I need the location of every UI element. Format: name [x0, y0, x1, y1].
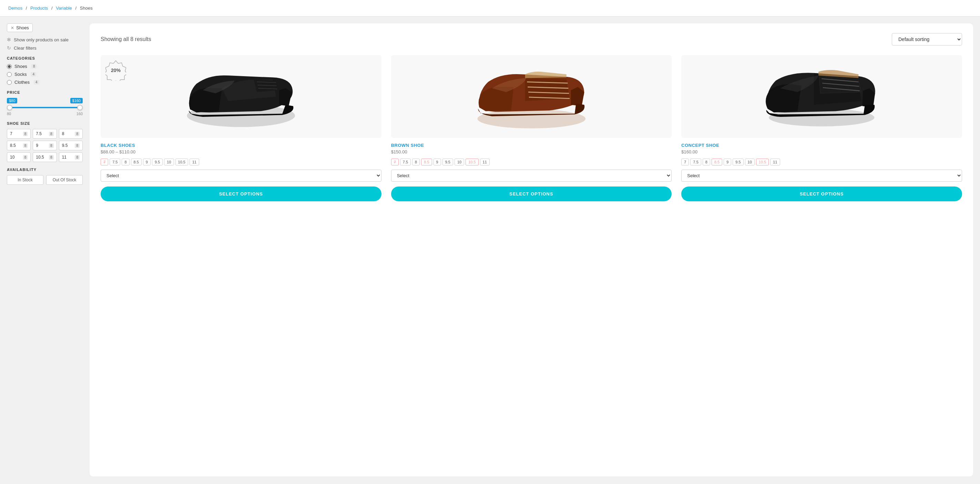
select-options-btn-brown-shoe[interactable]: SELECT OPTIONS: [391, 186, 672, 201]
price-labels: $80 $160: [7, 98, 83, 103]
category-clothes-radio[interactable]: [7, 80, 12, 85]
clear-filters-option[interactable]: ↻ Clear filters: [7, 45, 83, 51]
size-count-10-5: 8: [49, 155, 54, 159]
sidebar: ✕ Shoes ✻ Show only products on sale ↻ C…: [7, 24, 83, 476]
swatch-7[interactable]: 7: [100, 159, 108, 166]
concept-swatch-8-5[interactable]: 8.5: [711, 159, 722, 166]
breadcrumb-variable[interactable]: Variable: [56, 5, 72, 11]
size-label-7: 7: [10, 131, 13, 136]
size-btn-7[interactable]: 7 8: [7, 129, 31, 139]
brown-swatch-10[interactable]: 10: [455, 159, 464, 166]
size-count-9: 8: [49, 143, 54, 148]
swatch-11[interactable]: 11: [189, 159, 199, 166]
product-image-concept-shoe[interactable]: [681, 55, 962, 138]
price-slider-track[interactable]: [7, 107, 83, 108]
concept-swatch-10[interactable]: 10: [745, 159, 755, 166]
product-name-black-shoes[interactable]: BLACK SHOES: [100, 143, 382, 148]
size-label-9: 9: [36, 143, 38, 148]
swatch-10[interactable]: 10: [164, 159, 174, 166]
category-clothes[interactable]: Clothes 4: [7, 80, 83, 85]
clear-filters-label: Clear filters: [14, 46, 37, 51]
filter-tag-label: Shoes: [16, 25, 29, 30]
swatch-9[interactable]: 9: [143, 159, 151, 166]
concept-swatch-10-5[interactable]: 10.5: [756, 159, 769, 166]
concept-swatch-9-5[interactable]: 9.5: [733, 159, 743, 166]
price-axis-max: 160: [76, 112, 83, 116]
size-count-8: 8: [75, 132, 80, 136]
concept-swatch-9[interactable]: 9: [724, 159, 731, 166]
category-clothes-label: Clothes: [14, 80, 30, 85]
close-icon[interactable]: ✕: [11, 25, 14, 30]
brown-swatch-8[interactable]: 8: [412, 159, 420, 166]
availability-title: AVAILABILITY: [7, 167, 83, 172]
swatch-7-5[interactable]: 7.5: [110, 159, 120, 166]
category-socks-radio[interactable]: [7, 72, 12, 77]
size-count-7-5: 8: [49, 132, 54, 136]
size-swatches-brown-shoe: 7 7.5 8 8.5 9 9.5 10 10.5 11: [391, 159, 672, 166]
price-axis: 80 160: [7, 112, 83, 116]
breadcrumb-demos[interactable]: Demos: [8, 5, 22, 11]
sale-badge-black-shoes: 20%: [105, 60, 126, 81]
sale-percent: 20%: [111, 68, 121, 73]
breadcrumb-sep-2: /: [51, 5, 53, 11]
select-options-btn-black-shoes[interactable]: SELECT OPTIONS: [100, 186, 382, 201]
in-stock-btn[interactable]: In Stock: [7, 175, 43, 185]
size-select-black-shoes[interactable]: Select 7.5 8 8.5 9 9.5 10 10.5 11: [100, 170, 382, 182]
brown-swatch-7[interactable]: 7: [391, 159, 399, 166]
size-select-concept-shoe[interactable]: Select 7 7.5 8 9 9.5 10 11: [681, 170, 962, 182]
product-name-brown-shoe[interactable]: BROWN SHOE: [391, 143, 672, 148]
size-select-brown-shoe[interactable]: Select 7.5 8 9 9.5 10 11: [391, 170, 672, 182]
price-slider-min-thumb[interactable]: [7, 105, 13, 110]
size-btn-9[interactable]: 9 8: [33, 141, 57, 150]
concept-swatch-11[interactable]: 11: [770, 159, 780, 166]
swatch-9-5[interactable]: 9.5: [152, 159, 163, 166]
category-socks-count: 4: [31, 72, 36, 76]
product-image-brown-shoe[interactable]: [391, 55, 672, 138]
size-label-7-5: 7.5: [36, 131, 42, 136]
price-title: PRICE: [7, 90, 83, 94]
brown-swatch-8-5[interactable]: 8.5: [421, 159, 432, 166]
swatch-10-5[interactable]: 10.5: [175, 159, 188, 166]
brown-swatch-9[interactable]: 9: [433, 159, 441, 166]
size-label-11: 11: [62, 155, 67, 159]
product-name-concept-shoe[interactable]: CONCEPT SHOE: [681, 143, 962, 148]
size-label-8-5: 8.5: [10, 143, 16, 148]
product-card-concept-shoe: CONCEPT SHOE $160.00 7 7.5 8 8.5 9 9.5 1…: [681, 55, 962, 201]
select-options-btn-concept-shoe[interactable]: SELECT OPTIONS: [681, 186, 962, 201]
brown-swatch-7-5[interactable]: 7.5: [400, 159, 411, 166]
product-image-black-shoes[interactable]: 20%: [100, 55, 382, 138]
size-btn-9-5[interactable]: 9.5 8: [59, 141, 83, 150]
size-btn-10-5[interactable]: 10.5 8: [33, 152, 57, 162]
sale-filter-option[interactable]: ✻ Show only products on sale: [7, 37, 83, 42]
product-price-concept-shoe: $160.00: [681, 149, 962, 154]
price-slider-max-thumb[interactable]: [77, 105, 83, 110]
breadcrumb: Demos / Products / Variable / Shoes: [0, 0, 980, 16]
size-btn-11[interactable]: 11 8: [59, 152, 83, 162]
out-of-stock-btn[interactable]: Out Of Stock: [46, 175, 83, 185]
size-btn-7-5[interactable]: 7.5 8: [33, 129, 57, 139]
brown-swatch-10-5[interactable]: 10.5: [466, 159, 478, 166]
category-shoes[interactable]: Shoes 8: [7, 64, 83, 69]
swatch-8-5[interactable]: 8.5: [131, 159, 142, 166]
size-btn-10[interactable]: 10 8: [7, 152, 31, 162]
size-label-10: 10: [10, 155, 14, 159]
breadcrumb-sep-1: /: [26, 5, 27, 11]
size-label-10-5: 10.5: [36, 155, 44, 159]
active-filter-shoes[interactable]: ✕ Shoes: [7, 24, 33, 32]
brown-swatch-11[interactable]: 11: [480, 159, 490, 166]
concept-swatch-7-5[interactable]: 7.5: [690, 159, 701, 166]
size-btn-8-5[interactable]: 8.5 8: [7, 141, 31, 150]
sorting-select[interactable]: Default sorting Sort by popularity Sort …: [892, 33, 962, 46]
size-btn-8[interactable]: 8 8: [59, 129, 83, 139]
category-shoes-radio[interactable]: [7, 64, 12, 69]
breadcrumb-products[interactable]: Products: [30, 5, 48, 11]
swatch-8[interactable]: 8: [122, 159, 129, 166]
concept-swatch-8[interactable]: 8: [703, 159, 710, 166]
brown-swatch-9-5[interactable]: 9.5: [442, 159, 453, 166]
category-socks-label: Socks: [14, 72, 27, 77]
category-shoes-label: Shoes: [14, 64, 27, 69]
concept-swatch-7[interactable]: 7: [681, 159, 689, 166]
category-socks[interactable]: Socks 4: [7, 72, 83, 77]
size-count-9-5: 8: [75, 143, 80, 148]
size-swatches-concept-shoe: 7 7.5 8 8.5 9 9.5 10 10.5 11: [681, 159, 962, 166]
